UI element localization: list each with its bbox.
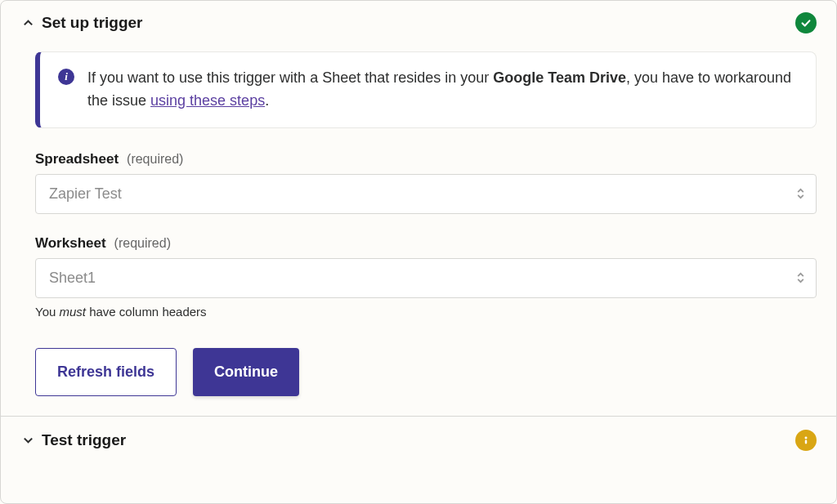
- worksheet-field-group: Worksheet (required) Sheet1 You must hav…: [35, 235, 817, 319]
- info-box: i If you want to use this trigger with a…: [35, 51, 817, 128]
- select-chevrons-icon: [796, 188, 805, 199]
- worksheet-help-text: You must have column headers: [35, 305, 817, 319]
- spreadsheet-select-wrapper: Zapier Test: [35, 174, 817, 214]
- spreadsheet-required: (required): [127, 152, 183, 167]
- worksheet-select-wrapper: Sheet1: [35, 258, 817, 298]
- svg-point-0: [805, 436, 808, 439]
- setup-trigger-header[interactable]: Set up trigger: [1, 1, 836, 42]
- refresh-fields-button[interactable]: Refresh fields: [35, 348, 177, 396]
- worksheet-select[interactable]: Sheet1: [35, 258, 817, 298]
- header-left: Test trigger: [20, 431, 126, 449]
- status-success-icon: [795, 12, 817, 33]
- field-label-row: Spreadsheet (required): [35, 151, 817, 167]
- info-text: If you want to use this trigger with a S…: [87, 67, 798, 113]
- chevron-up-icon: [20, 16, 35, 30]
- button-row: Refresh fields Continue: [35, 348, 817, 396]
- setup-trigger-title: Set up trigger: [42, 14, 143, 32]
- status-warning-icon: [795, 430, 817, 451]
- continue-button[interactable]: Continue: [193, 348, 299, 396]
- worksheet-required: (required): [114, 236, 171, 251]
- spreadsheet-label: Spreadsheet: [35, 151, 119, 167]
- field-label-row: Worksheet (required): [35, 235, 817, 252]
- info-link[interactable]: using these steps: [150, 92, 265, 109]
- chevron-down-icon: [20, 433, 35, 448]
- select-chevrons-icon: [796, 272, 805, 283]
- header-left: Set up trigger: [20, 14, 143, 32]
- setup-trigger-body: i If you want to use this trigger with a…: [1, 42, 836, 416]
- test-trigger-title: Test trigger: [42, 431, 126, 449]
- svg-rect-1: [805, 439, 807, 444]
- info-icon: i: [58, 69, 74, 85]
- spreadsheet-field-group: Spreadsheet (required) Zapier Test: [35, 151, 817, 214]
- spreadsheet-select[interactable]: Zapier Test: [35, 174, 817, 214]
- test-trigger-header[interactable]: Test trigger: [1, 417, 836, 464]
- worksheet-label: Worksheet: [35, 235, 106, 252]
- trigger-panel: Set up trigger i If you want to use this…: [0, 0, 837, 504]
